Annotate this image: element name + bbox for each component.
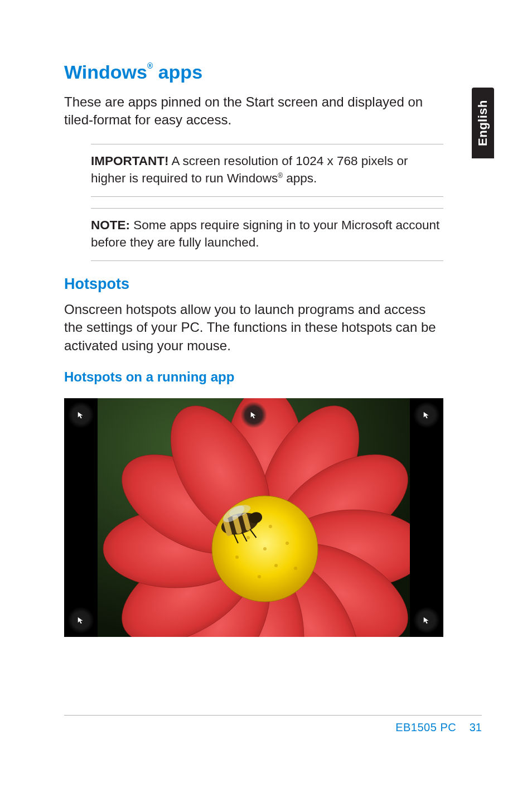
important-label: IMPORTANT! [91,154,169,168]
photo-frame [98,398,410,637]
flower-illustration [98,398,410,637]
hotspots-paragraph: Onscreen hotspots allow you to launch pr… [64,301,443,355]
important-callout: IMPORTANT! A screen resolution of 1024 x… [91,144,443,197]
language-side-tab: English [472,88,494,158]
cursor-icon [250,411,258,419]
svg-point-23 [263,547,267,550]
footer-page-number: 31 [470,721,482,733]
svg-point-19 [274,564,278,567]
heading-windows-apps: Windows® apps [64,61,443,83]
heading-registered-mark: ® [147,61,153,70]
cursor-icon [77,616,85,624]
cursor-icon [423,411,431,419]
hotspot-top-right [413,402,440,428]
intro-paragraph: These are apps pinned on the Start scree… [64,93,443,129]
svg-point-17 [286,542,289,545]
svg-point-16 [269,525,272,528]
note-text: Some apps require signing in to your Mic… [91,218,439,250]
hotspot-top-left [67,402,94,428]
hotspot-bottom-right [413,607,440,634]
svg-point-21 [294,567,297,570]
screenshot-running-app [64,398,443,637]
hotspot-top-center [240,402,267,428]
note-label: NOTE: [91,218,130,232]
svg-point-18 [235,555,239,559]
heading-text-pre: Windows [64,61,147,83]
important-text-post: apps. [283,171,317,185]
heading-hotspots: Hotspots [64,276,443,293]
page-footer: EB1505 PC 31 [64,715,482,734]
important-registered-mark: ® [278,172,283,180]
svg-point-20 [258,575,261,578]
footer-product-name: EB1505 PC [395,721,456,733]
svg-point-15 [246,536,250,539]
cursor-icon [423,616,431,624]
heading-text-post: apps [153,61,202,83]
cursor-icon [77,411,85,419]
note-callout: NOTE: Some apps require signing in to yo… [91,208,443,261]
heading-hotspots-running-app: Hotspots on a running app [64,369,443,385]
hotspot-bottom-left [67,607,94,634]
page-content: Windows® apps These are apps pinned on t… [64,61,443,637]
